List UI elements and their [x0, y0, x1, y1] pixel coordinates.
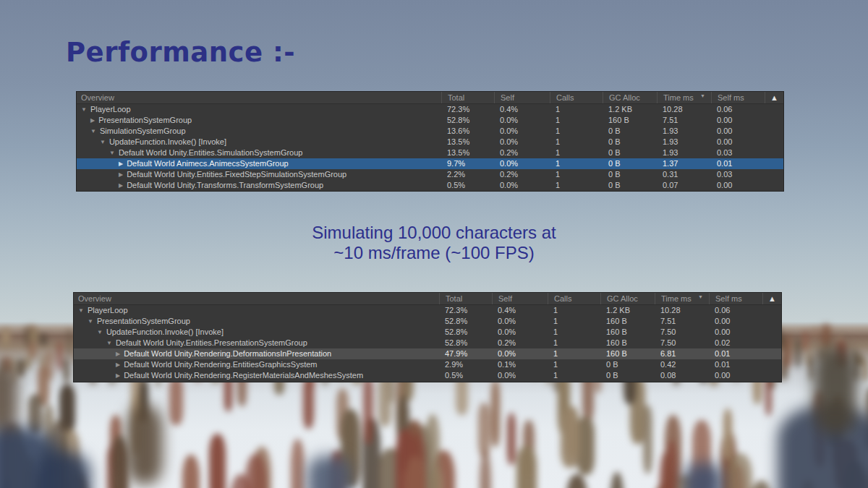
profiler-row[interactable]: ▶Default World Unity.Rendering.RegisterM… — [74, 370, 781, 381]
cell-spacer — [765, 158, 783, 169]
profiler-row[interactable]: ▼Default World Unity.Entities.Simulation… — [77, 147, 783, 158]
cell-gc-alloc: 160 B — [603, 115, 657, 126]
profiler-table-simulation: OverviewTotalSelfCallsGC AllocTime ms▼Se… — [76, 91, 784, 192]
profiler-row[interactable]: ▼PresentationSystemGroup52.8%0.0%1160 B7… — [74, 316, 781, 327]
row-label: PlayerLoop — [90, 104, 131, 115]
cell-calls: 1 — [550, 147, 603, 158]
column-header-self-ms[interactable]: Self ms — [711, 92, 765, 103]
cell-calls: 1 — [548, 370, 600, 381]
collapse-arrow-icon[interactable]: ▼ — [90, 126, 96, 137]
profiler-row[interactable]: ▶Default World Animecs.AnimecsSystemGrou… — [77, 158, 783, 169]
column-header-calls[interactable]: Calls — [550, 92, 603, 103]
expand-arrow-icon[interactable]: ▶ — [119, 180, 123, 191]
column-header-overview[interactable]: Overview — [77, 92, 441, 103]
cell-spacer — [765, 126, 783, 137]
column-header-gc-alloc[interactable]: GC Alloc — [603, 92, 657, 103]
column-header-time-ms[interactable]: Time ms▼ — [655, 293, 709, 304]
column-header-label: Overview — [78, 293, 111, 304]
expand-arrow-icon[interactable]: ▶ — [119, 158, 123, 169]
collapse-arrow-icon[interactable]: ▼ — [88, 316, 93, 327]
row-label: SimulationSystemGroup — [100, 126, 186, 137]
profiler-row[interactable]: ▶Default World Unity.Rendering.EntitiesG… — [74, 359, 781, 370]
cell-total: 2.2% — [441, 169, 494, 180]
profiler-row[interactable]: ▼UpdateFunction.Invoke() [Invoke]52.8%0.… — [74, 327, 781, 338]
profiler-row[interactable]: ▶PresentationSystemGroup52.8%0.0%1160 B7… — [77, 115, 783, 126]
column-header-overview[interactable]: Overview — [74, 293, 439, 304]
cell-total: 52.8% — [439, 338, 492, 348]
cell-spacer — [765, 137, 783, 147]
column-header-label: Self — [501, 93, 514, 102]
cell-time-ms: 6.81 — [655, 348, 709, 359]
column-header-total[interactable]: Total — [441, 92, 494, 103]
cell-spacer — [762, 305, 781, 316]
column-header-label: Overview — [81, 92, 114, 103]
column-header-label: Total — [446, 294, 462, 303]
cell-gc-alloc: 0 B — [600, 370, 655, 381]
column-header-gc-alloc[interactable]: GC Alloc — [600, 293, 655, 304]
collapse-all-button[interactable]: ▲ — [762, 293, 781, 304]
caption: Simulating 10,000 characters at ~10 ms/f… — [0, 223, 868, 263]
cell-calls: 1 — [550, 158, 603, 169]
cell-overview: ▶Default World Unity.Transforms.Transfor… — [77, 180, 441, 191]
cell-overview: ▼Default World Unity.Entities.Presentati… — [74, 338, 439, 348]
cell-calls: 1 — [550, 115, 603, 126]
profiler-row[interactable]: ▼UpdateFunction.Invoke() [Invoke]13.5%0.… — [77, 137, 783, 147]
expand-arrow-icon[interactable]: ▶ — [116, 348, 120, 359]
profiler-row[interactable]: ▼PlayerLoop72.3%0.4%11.2 KB10.280.06 — [77, 104, 783, 115]
profiler-row[interactable]: ▶Default World Unity.Rendering.Deformati… — [74, 348, 781, 359]
cell-total: 52.8% — [441, 115, 494, 126]
crowd-figure — [307, 455, 351, 488]
cell-total: 52.8% — [439, 327, 492, 338]
cell-gc-alloc: 160 B — [600, 348, 655, 359]
column-header-calls[interactable]: Calls — [548, 293, 600, 304]
collapse-arrow-icon[interactable]: ▼ — [78, 305, 84, 316]
cell-self: 0.4% — [492, 305, 548, 316]
cell-overview: ▼PlayerLoop — [74, 305, 439, 316]
cell-calls: 1 — [548, 338, 600, 348]
collapse-arrow-icon[interactable]: ▼ — [109, 147, 115, 158]
cell-self: 0.0% — [494, 180, 550, 191]
cell-self: 0.0% — [492, 316, 548, 327]
collapse-arrow-icon[interactable]: ▼ — [106, 338, 112, 348]
collapse-arrow-icon[interactable]: ▼ — [97, 327, 103, 338]
column-header-self[interactable]: Self — [494, 92, 550, 103]
column-header-total[interactable]: Total — [439, 293, 492, 304]
sort-descending-icon: ▼ — [698, 293, 703, 303]
cell-self: 0.2% — [492, 338, 548, 348]
collapse-arrow-icon[interactable]: ▼ — [81, 104, 87, 115]
column-header-label: Calls — [554, 294, 571, 303]
crowd-figure — [127, 405, 163, 484]
collapse-arrow-icon[interactable]: ▼ — [100, 137, 106, 147]
expand-arrow-icon[interactable]: ▶ — [116, 370, 120, 381]
page-title: Performance :- — [66, 37, 295, 68]
column-header-time-ms[interactable]: Time ms▼ — [657, 92, 711, 103]
cell-self: 0.0% — [494, 137, 550, 147]
cell-self-ms: 0.02 — [709, 338, 762, 348]
cell-total: 2.9% — [439, 359, 492, 370]
cell-gc-alloc: 160 B — [600, 338, 655, 348]
expand-arrow-icon[interactable]: ▶ — [116, 359, 120, 370]
cell-self: 0.0% — [494, 158, 550, 169]
expand-arrow-icon[interactable]: ▶ — [119, 169, 123, 180]
sort-descending-icon: ▼ — [700, 92, 705, 102]
cell-overview: ▼Default World Unity.Entities.Simulation… — [77, 147, 441, 158]
profiler-row[interactable]: ▼PlayerLoop72.3%0.4%11.2 KB10.280.06 — [74, 305, 781, 316]
column-header-label: Time ms — [663, 93, 694, 102]
column-header-self-ms[interactable]: Self ms — [709, 293, 762, 304]
collapse-all-button[interactable]: ▲ — [765, 92, 783, 103]
profiler-row[interactable]: ▶Default World Unity.Entities.FixedStepS… — [77, 169, 783, 180]
cell-gc-alloc: 0 B — [603, 169, 657, 180]
profiler-row[interactable]: ▼Default World Unity.Entities.Presentati… — [74, 338, 781, 348]
cell-calls: 1 — [548, 348, 600, 359]
cell-spacer — [762, 327, 781, 338]
profiler-row[interactable]: ▶Default World Unity.Transforms.Transfor… — [77, 180, 783, 191]
cell-overview: ▶Default World Unity.Rendering.Deformati… — [74, 348, 439, 359]
profiler-row[interactable]: ▼SimulationSystemGroup13.6%0.0%10 B1.930… — [77, 126, 783, 137]
cell-self-ms: 0.03 — [711, 169, 765, 180]
cell-self: 0.0% — [492, 348, 548, 359]
expand-arrow-icon[interactable]: ▶ — [90, 115, 95, 126]
cell-self-ms: 0.06 — [711, 104, 765, 115]
cell-gc-alloc: 1.2 KB — [603, 104, 657, 115]
cell-self-ms: 0.00 — [709, 370, 762, 381]
column-header-self[interactable]: Self — [492, 293, 548, 304]
